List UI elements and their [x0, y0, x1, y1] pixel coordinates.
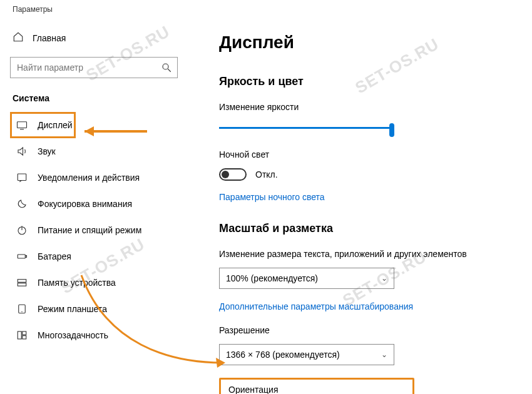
power-icon: [16, 225, 28, 236]
svg-rect-13: [18, 331, 21, 339]
brightness-slider[interactable]: [219, 121, 394, 136]
storage-icon: [16, 277, 28, 288]
sidebar-item-battery[interactable]: Батарея: [10, 243, 178, 270]
sidebar-item-display[interactable]: Дисплей: [10, 112, 76, 138]
main-panel: Дисплей Яркость и цвет Изменение яркости…: [188, 14, 532, 394]
sidebar-home-label: Главная: [33, 33, 66, 43]
sidebar-item-label: Батарея: [38, 251, 71, 261]
svg-rect-2: [18, 122, 27, 128]
svg-rect-10: [18, 283, 26, 286]
slider-track: [219, 127, 394, 129]
window-title: Параметры: [0, 0, 532, 14]
sidebar-home[interactable]: Главная: [10, 26, 178, 57]
sidebar-item-notifications[interactable]: Уведомления и действия: [10, 164, 178, 191]
sound-icon: [16, 146, 28, 157]
sidebar-item-label: Память устройства: [38, 278, 116, 288]
sidebar-item-label: Многозадачность: [38, 330, 108, 340]
sidebar-item-label: Режим планшета: [38, 304, 107, 314]
sidebar-item-label: Уведомления и действия: [38, 173, 140, 183]
sidebar-item-multitask[interactable]: Многозадачность: [10, 322, 178, 348]
sidebar: Главная Система Дисплей: [0, 14, 188, 394]
notifications-icon: [16, 172, 28, 183]
toggle-knob: [222, 171, 229, 178]
svg-rect-14: [23, 331, 26, 335]
night-light-settings-link[interactable]: Параметры ночного света: [219, 192, 519, 202]
resolution-label: Разрешение: [219, 325, 519, 335]
page-title: Дисплей: [219, 33, 519, 53]
night-light-label: Ночной свет: [219, 149, 519, 159]
sidebar-item-storage[interactable]: Память устройства: [10, 270, 178, 296]
svg-point-0: [163, 64, 168, 69]
sidebar-group-title: Система: [10, 93, 178, 112]
tablet-icon: [16, 303, 28, 315]
sidebar-item-tablet[interactable]: Режим планшета: [10, 296, 178, 322]
sidebar-item-label: Дисплей: [38, 120, 73, 130]
sidebar-item-power[interactable]: Питание и спящий режим: [10, 217, 178, 243]
home-icon: [13, 31, 24, 44]
advanced-scaling-link[interactable]: Дополнительные параметры масштабирования: [219, 301, 519, 311]
resolution-select[interactable]: 1366 × 768 (рекомендуется) ⌄: [219, 344, 394, 365]
svg-rect-4: [18, 174, 26, 181]
resolution-value: 1366 × 768 (рекомендуется): [226, 350, 340, 360]
focus-icon: [16, 198, 28, 210]
svg-rect-8: [26, 256, 27, 258]
sidebar-item-label: Фокусировка внимания: [38, 199, 132, 209]
svg-rect-9: [18, 280, 26, 283]
svg-rect-7: [18, 255, 25, 258]
svg-rect-15: [23, 336, 26, 339]
sidebar-nav: Дисплей Звук Уведомления и действия: [10, 112, 178, 348]
chevron-down-icon: ⌄: [381, 350, 387, 359]
night-light-toggle[interactable]: [219, 168, 247, 181]
search-field[interactable]: [17, 63, 156, 73]
night-light-state: Откл.: [255, 169, 278, 179]
sidebar-item-label: Звук: [38, 146, 56, 156]
sidebar-item-sound[interactable]: Звук: [10, 138, 178, 164]
chevron-down-icon: ⌄: [381, 274, 387, 283]
display-icon: [16, 119, 28, 131]
section-scale-heading: Масштаб и разметка: [219, 222, 519, 235]
sidebar-item-label: Питание и спящий режим: [38, 225, 141, 235]
sidebar-item-focus[interactable]: Фокусировка внимания: [10, 191, 178, 217]
battery-icon: [16, 251, 28, 262]
slider-thumb[interactable]: [389, 123, 394, 137]
multitask-icon: [16, 330, 28, 341]
search-input[interactable]: [10, 57, 178, 78]
orientation-highlight: Ориентация Альбомная ⌄: [219, 378, 414, 394]
orientation-label: Ориентация: [228, 385, 405, 394]
scale-label: Изменение размера текста, приложений и д…: [219, 249, 519, 259]
search-icon: [161, 62, 172, 76]
section-brightness-heading: Яркость и цвет: [219, 75, 519, 88]
scale-value: 100% (рекомендуется): [226, 273, 318, 283]
scale-select[interactable]: 100% (рекомендуется) ⌄: [219, 268, 394, 289]
svg-line-1: [168, 69, 171, 72]
brightness-label: Изменение яркости: [219, 102, 519, 112]
